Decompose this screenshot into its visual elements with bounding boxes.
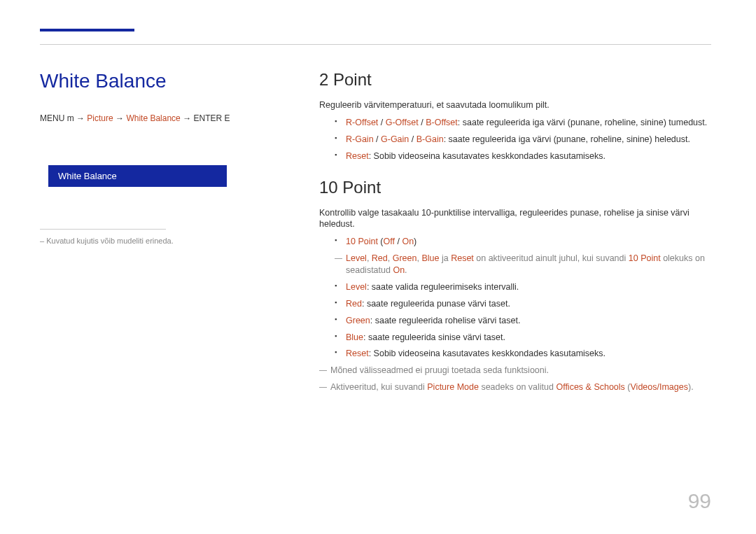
breadcrumb-arrow: → [76, 113, 85, 123]
text: : Sobib videoseina kasutavates keskkonda… [369, 349, 606, 358]
breadcrumb-menu: MENU m [40, 113, 74, 123]
list-item: 10 Point (Off / On) [335, 236, 711, 248]
heading-2-point: 2 Point [319, 70, 711, 90]
label-r-offset: R-Offset [346, 118, 378, 127]
t: , [367, 253, 372, 263]
label-reset-10: Reset [346, 349, 369, 358]
note-picture-mode: Aktiveeritud, kui suvandi Picture Mode s… [319, 381, 711, 393]
label-blue: Blue [346, 332, 363, 342]
page-number: 99 [688, 489, 711, 513]
w-on: On [393, 265, 405, 275]
text: : saate valida reguleerimiseks intervall… [367, 282, 519, 292]
t: ( [625, 382, 631, 392]
note-compat: Mõned välisseadmed ei pruugi toetada sed… [319, 365, 711, 377]
list-2-point: R-Offset / G-Offset / B-Offset: saate re… [335, 117, 711, 162]
list-item: R-Offset / G-Offset / B-Offset: saate re… [335, 117, 711, 129]
w-10point: 10 Point [629, 253, 661, 263]
breadcrumb-arrow: → [183, 113, 191, 123]
label-b-offset: B-Offset [426, 118, 458, 127]
w-blue: Blue [421, 253, 439, 263]
label-b-gain: B-Gain [416, 134, 444, 144]
list-item: Green: saate reguleerida rohelise värvi … [335, 315, 711, 327]
list-item: Level: saate valida reguleerimiseks inte… [335, 281, 711, 293]
t: ja [439, 253, 451, 263]
text: : saate reguleerida rohelise värvi taset… [370, 316, 521, 325]
heading-10-point: 10 Point [319, 178, 711, 197]
label-green: Green [346, 316, 370, 325]
label-g-gain: G-Gain [381, 134, 409, 144]
text: : saate reguleerida punase värvi taset. [362, 299, 510, 309]
paren: ) [414, 237, 416, 246]
menu-item-white-balance[interactable]: White Balance [48, 165, 227, 187]
intro-10-point: Kontrollib valge tasakaalu 10-punktilise… [319, 207, 711, 231]
label-level: Level [346, 282, 367, 292]
breadcrumb-arrow: → [115, 113, 124, 123]
w-picture-mode: Picture Mode [427, 382, 479, 392]
breadcrumb-white-balance: White Balance [126, 113, 180, 123]
t: ). [688, 382, 694, 392]
right-column: 2 Point Reguleerib värvitemperatuuri, et… [319, 70, 711, 409]
intro-2-point: Reguleerib värvitemperatuuri, et saavuta… [319, 99, 711, 111]
list-10-point: 10 Point (Off / On) [335, 236, 711, 248]
left-column: White Balance MENU m → Picture → White B… [40, 70, 271, 245]
opt-off: Off [384, 237, 395, 246]
w-red: Red [372, 253, 388, 263]
label-red: Red [346, 299, 362, 309]
sep: / [395, 237, 402, 246]
accent-bar [40, 29, 134, 31]
list-item: Blue: saate reguleerida sinise värvi tas… [335, 332, 711, 344]
list-item: Reset: Sobib videoseina kasutavates kesk… [335, 348, 711, 360]
list-item: Red: saate reguleerida punase värvi tase… [335, 298, 711, 310]
page-title: White Balance [40, 70, 271, 92]
t: Aktiveeritud, kui suvandi [330, 382, 427, 392]
t: , [388, 253, 393, 263]
breadcrumb-picture: Picture [87, 113, 113, 123]
section-2-point: 2 Point Reguleerib värvitemperatuuri, et… [319, 70, 711, 162]
t: . [405, 265, 407, 275]
opt-on: On [402, 237, 414, 246]
w-reset: Reset [451, 253, 474, 263]
divider [40, 229, 166, 230]
image-disclaimer: – Kuvatud kujutis võib mudeliti erineda. [40, 237, 271, 245]
t: on aktiveeritud ainult juhul, kui suvand… [474, 253, 629, 263]
t: seadeks on valitud [479, 382, 556, 392]
label-10-point: 10 Point [346, 237, 378, 246]
label-g-offset: G-Offset [386, 118, 419, 127]
w-level: Level [346, 253, 367, 263]
top-rule [40, 44, 711, 45]
breadcrumb-enter: ENTER E [193, 113, 230, 123]
list-item: Reset: Sobib videoseina kasutavates kesk… [335, 150, 711, 162]
note-activation: Level, Red, Green, Blue ja Reset on akti… [335, 253, 711, 276]
text: : Sobib videoseina kasutavates keskkonda… [369, 151, 606, 161]
breadcrumb: MENU m → Picture → White Balance → ENTER… [40, 113, 271, 123]
w-videos-images: Videos/Images [631, 382, 688, 392]
list-item: R-Gain / G-Gain / B-Gain: saate reguleer… [335, 134, 711, 146]
w-offices-schools: Offices & Schools [556, 382, 624, 392]
text: : saate reguleerida iga värvi (punane, r… [444, 134, 690, 144]
list-10-point-sub: Level: saate valida reguleerimiseks inte… [335, 281, 711, 360]
section-10-point: 10 Point Kontrollib valge tasakaalu 10-p… [319, 178, 711, 394]
label-reset: Reset [346, 151, 369, 161]
label-r-gain: R-Gain [346, 134, 374, 144]
text: : saate reguleerida iga värvi (punane, r… [458, 118, 707, 127]
text: : saate reguleerida sinise värvi taset. [363, 332, 505, 342]
w-green: Green [393, 253, 417, 263]
